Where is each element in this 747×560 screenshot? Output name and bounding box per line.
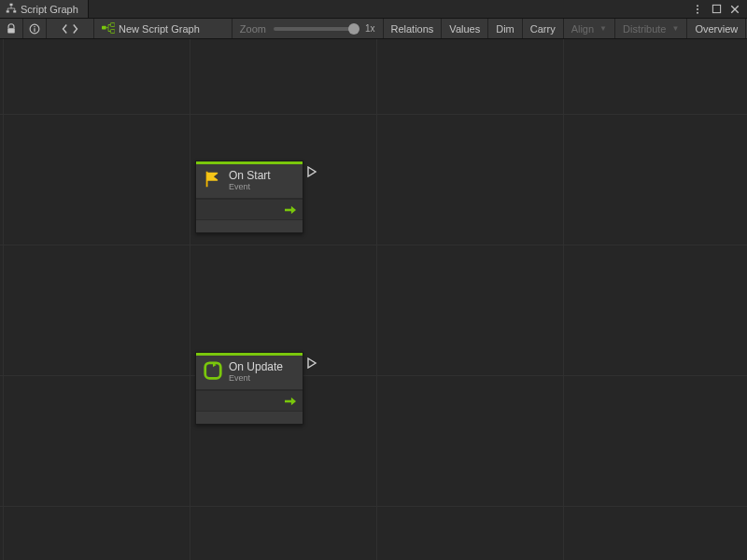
flag-icon [203, 169, 223, 191]
overview-button[interactable]: Overview [687, 19, 746, 38]
tab-script-graph[interactable]: Script Graph [0, 0, 89, 18]
node-subtitle: Event [229, 373, 283, 383]
canvas-grid [0, 39, 747, 560]
node-header[interactable]: On Start Event [196, 164, 303, 199]
node-header[interactable]: On Update Event [196, 356, 303, 390]
svg-rect-7 [7, 28, 15, 33]
tab-bar: Script Graph [0, 0, 747, 19]
loop-icon [203, 360, 223, 383]
node-title: On Start [229, 170, 271, 182]
info-button[interactable] [23, 19, 47, 38]
svg-rect-12 [110, 22, 115, 26]
svg-rect-2 [13, 10, 16, 12]
output-arrow-icon [284, 204, 297, 216]
svg-point-4 [697, 8, 698, 10]
chevron-down-icon: ▼ [672, 24, 680, 33]
svg-rect-0 [10, 3, 13, 5]
output-arrow-icon [284, 396, 297, 407]
node-on-start[interactable]: On Start Event [195, 161, 303, 233]
node-title: On Update [229, 361, 283, 373]
align-button[interactable]: Align▼ [564, 19, 615, 38]
svg-rect-11 [102, 25, 106, 29]
lock-button[interactable] [0, 19, 23, 38]
zoom-value: 1x [365, 23, 375, 34]
node-output-row [196, 390, 303, 411]
relations-button[interactable]: Relations [384, 19, 443, 38]
output-port[interactable] [305, 165, 318, 178]
new-graph-label: New Script Graph [119, 23, 200, 35]
output-port[interactable] [305, 357, 318, 370]
node-footer [196, 411, 303, 424]
node-output-row [196, 199, 303, 219]
graph-icon [102, 22, 115, 35]
node-subtitle: Event [229, 182, 271, 191]
new-script-graph-button[interactable]: New Script Graph [94, 19, 233, 38]
node-on-update[interactable]: On Update Event [195, 352, 303, 425]
carry-button[interactable]: Carry [523, 19, 564, 38]
code-view-button[interactable] [47, 19, 94, 38]
svg-point-3 [697, 5, 698, 7]
zoom-slider-thumb[interactable] [348, 23, 359, 35]
chevron-down-icon: ▼ [599, 24, 607, 33]
window-controls [685, 0, 747, 18]
svg-rect-6 [712, 5, 720, 12]
close-icon[interactable] [728, 3, 741, 16]
svg-point-5 [697, 11, 698, 13]
svg-rect-13 [110, 29, 115, 33]
distribute-button[interactable]: Distribute▼ [615, 19, 687, 38]
zoom-slider[interactable] [274, 27, 358, 31]
tab-title: Script Graph [21, 4, 78, 15]
svg-rect-1 [7, 10, 9, 12]
zoom-label: Zoom [240, 23, 266, 35]
dim-button[interactable]: Dim [488, 19, 523, 38]
graph-canvas[interactable]: On Start Event On Update Event [0, 39, 747, 560]
toolbar: New Script Graph Zoom 1x Relations Value… [0, 19, 747, 39]
zoom-control: Zoom 1x [233, 19, 384, 38]
values-button[interactable]: Values [442, 19, 488, 38]
hierarchy-icon [6, 3, 17, 16]
node-footer [196, 219, 303, 232]
maximize-icon[interactable] [710, 3, 723, 16]
svg-rect-9 [34, 28, 35, 32]
more-icon[interactable] [691, 3, 704, 16]
svg-rect-10 [34, 26, 35, 27]
